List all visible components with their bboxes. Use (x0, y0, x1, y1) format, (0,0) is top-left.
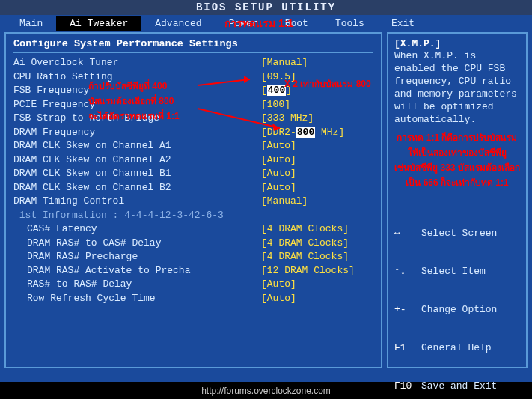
setting-ras-precharge[interactable]: DRAM RAS# Precharge [4 DRAM Clocks] (13, 250, 373, 264)
info-first: 1st Information : 4-4-4-12-3-42-6-3 (13, 209, 373, 223)
setting-ras-activate[interactable]: DRAM RAS# Activate to Precha [12 DRAM Cl… (13, 264, 373, 278)
setting-pcie-frequency[interactable]: PCIE Frequency [100] (13, 98, 373, 112)
setting-ras-cas-delay[interactable]: DRAM RAS# to CAS# Delay [4 DRAM Clocks] (13, 237, 373, 251)
help-body: When X.M.P. is enabled the CPU FSB frequ… (394, 49, 520, 126)
menu-exit[interactable]: Exit (378, 16, 428, 31)
help-topic: [X.M.P.] (394, 38, 520, 49)
menu-power[interactable]: Power (215, 16, 272, 31)
setting-dram-skew-b2[interactable]: DRAM CLK Skew on Channel B2 [Auto] (13, 181, 373, 195)
menu-ai-tweaker[interactable]: Ai Tweaker (56, 16, 141, 31)
bios-title: BIOS SETUP UTILITY (0, 0, 532, 15)
help-panel: [X.M.P.] When X.M.P. is enabled the CPU … (387, 32, 528, 368)
menu-boot[interactable]: Boot (272, 16, 322, 31)
setting-ras-ras-delay[interactable]: RAS# to RAS# Delay [Auto] (13, 278, 373, 292)
key-legend: ↔Select Screen ↑↓Select Item +-Change Op… (394, 201, 520, 399)
settings-panel: Configure System Performance Settings Ai… (4, 32, 382, 368)
top-menu: Main Ai Tweaker Advanced Power Boot Tool… (0, 15, 532, 32)
setting-dram-skew-a2[interactable]: DRAM CLK Skew on Channel A2 [Auto] (13, 153, 373, 168)
annotation-right: การทด 1:1 ก็คือการปรับบัสแรม ให้เป็นสองเ… (394, 130, 520, 190)
setting-dram-timing[interactable]: DRAM Timing Control [Manual] (13, 195, 373, 209)
menu-main[interactable]: Main (6, 16, 56, 31)
setting-ai-overclock[interactable]: Ai Overclock Tuner [Manual] (13, 56, 373, 70)
setting-cas-latency[interactable]: CAS# Latency [4 DRAM Clocks] (13, 222, 373, 237)
panel-header: Configure System Performance Settings (13, 38, 373, 49)
setting-dram-skew-a1[interactable]: DRAM CLK Skew on Channel A1 [Auto] (13, 139, 373, 153)
menu-advanced[interactable]: Advanced (141, 16, 215, 31)
setting-dram-skew-b1[interactable]: DRAM CLK Skew on Channel B1 [Auto] (13, 167, 373, 181)
setting-dram-frequency[interactable]: DRAM Frequency [DDR2-800 MHz] (13, 126, 373, 140)
setting-cpu-ratio[interactable]: CPU Ratio Setting [09.5] (13, 70, 373, 85)
menu-tools[interactable]: Tools (322, 16, 378, 31)
setting-row-refresh[interactable]: Row Refresh Cycle Time [Auto] (13, 292, 373, 306)
setting-fsb-strap[interactable]: FSB Strap to North Bridge [333 MHz] (13, 112, 373, 126)
setting-fsb-frequency[interactable]: FSB Frequency [400] (13, 84, 373, 98)
